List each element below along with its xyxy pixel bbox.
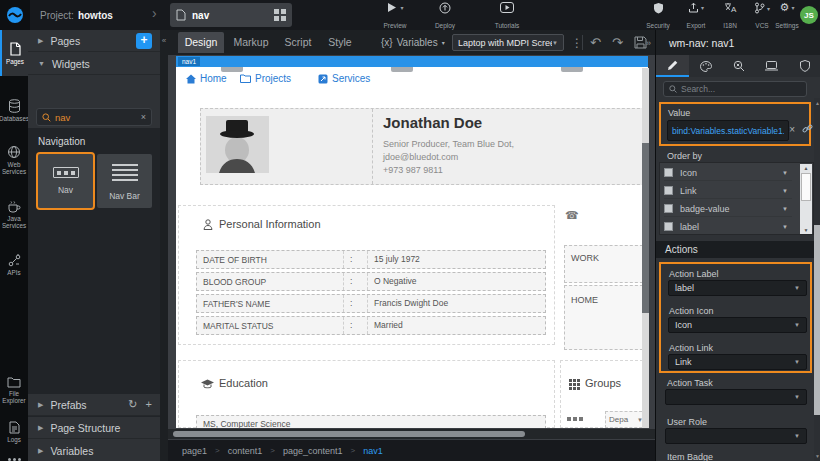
scroll-up-icon[interactable]: ▲ [800,165,812,171]
undo-icon[interactable]: ↶ [590,30,601,55]
widget-tile-nav[interactable]: Nav [38,154,93,208]
wavemaker-logo[interactable] [0,0,30,30]
drag-handle[interactable] [391,67,413,72]
table-row[interactable]: BLOOD GROUP : O Negative [196,272,546,291]
widget-selection-bar[interactable]: nav1 [176,56,648,67]
contact-row-home[interactable]: HOME [564,285,648,350]
tab-properties[interactable] [656,55,689,77]
rail-item-logs[interactable]: Logs [0,414,28,450]
nav-item-projects[interactable]: Projects [240,73,291,84]
order-by-item-icon[interactable]: Icon ▼ [664,165,792,181]
page-switcher-icon[interactable] [274,9,286,21]
add-page-button[interactable]: + [136,33,152,49]
order-by-item-label-row[interactable]: label ▼ [664,219,792,235]
table-row[interactable]: MARITAL STATUS : Married [196,316,546,335]
table-row[interactable]: MS, Computer Science [196,415,546,428]
action-label-select[interactable]: label ▼ [668,280,807,296]
refresh-prefabs-icon[interactable]: ↻ [128,398,137,411]
chevron-down-icon[interactable]: ▼ [782,224,788,230]
action-link-select[interactable]: Link ▼ [668,354,807,370]
scroll-thumb[interactable] [801,173,811,201]
page-structure-section-header[interactable]: ▶ Page Structure [28,417,160,439]
clear-search-icon[interactable]: × [141,112,146,122]
widget-search-input[interactable] [55,112,141,123]
settings-button[interactable]: ⚙ ▾ Settings [772,2,802,29]
settings-caret-icon[interactable]: ▾ [791,4,794,11]
drag-handle[interactable] [561,67,583,72]
bind-link-icon[interactable] [802,123,813,134]
tab-markup[interactable]: Markup [228,32,274,53]
rail-item-more[interactable] [0,452,28,461]
vcs-caret-icon[interactable]: ▾ [767,5,770,12]
security-button[interactable]: Security [640,2,676,29]
nav-item-services[interactable]: Services [318,73,370,84]
pages-section-header[interactable]: ▶ Pages + [28,30,160,52]
canvas-vertical-scrollbar[interactable] [642,68,649,428]
scroll-thumb[interactable] [642,143,649,313]
tab-security[interactable] [788,55,820,77]
order-by-scrollbar[interactable]: ▲ ▼ [800,164,812,234]
checkbox[interactable] [664,186,673,195]
widget-tile-navbar[interactable]: Nav Bar [97,154,152,208]
page-name-widget[interactable]: nav [170,3,292,27]
rail-item-file-explorer[interactable]: File Explorer [0,368,28,412]
canvas-horizontal-scrollbar[interactable] [168,429,655,439]
rail-item-databases[interactable]: Databases [0,88,28,132]
scroll-down-icon[interactable]: ▼ [800,227,812,233]
tab-design[interactable]: Design [178,32,224,53]
action-task-select[interactable]: ▼ [665,389,807,405]
breadcrumb-item-content1[interactable]: content1 [228,446,263,456]
add-prefab-icon[interactable]: + [146,398,152,411]
table-row[interactable]: DATE OF BIRTH : 15 july 1972 [196,250,546,269]
profile-section[interactable]: Jonathan Doe Senior Producer, Team Blue … [200,108,648,185]
deploy-button[interactable]: Deploy [422,2,468,29]
checkbox[interactable] [664,168,673,177]
chevron-down-icon[interactable]: ▼ [782,188,788,194]
collapse-left-panel-icon[interactable]: « [160,36,168,45]
user-role-select[interactable]: ▼ [665,428,807,444]
breadcrumb-item-page1[interactable]: page1 [182,446,207,456]
variables-section-header[interactable]: ▶ Variables [28,440,160,461]
scroll-up-icon[interactable]: ▲ [814,100,820,106]
nav-item-home[interactable]: Home [186,73,227,84]
action-icon-select[interactable]: Icon ▼ [668,317,807,333]
checkbox[interactable] [664,222,673,231]
drag-handle[interactable] [221,67,243,72]
scroll-down-icon[interactable]: ▼ [814,453,820,459]
tab-script[interactable]: Script [278,32,318,53]
scroll-thumb[interactable] [173,431,525,437]
tutorials-button[interactable]: Tutorials [484,2,530,29]
user-avatar[interactable]: JS [800,6,818,24]
chevron-down-icon[interactable]: ▼ [782,170,788,176]
tab-style[interactable]: Style [321,32,359,53]
preview-caret-icon[interactable]: ▾ [400,4,403,11]
order-by-item-link[interactable]: Link ▼ [664,183,792,199]
tab-zoom-out[interactable] [722,55,755,77]
i18n-button[interactable]: A I18N [714,2,746,29]
actions-section-header[interactable]: Actions [656,241,814,258]
rail-item-pages[interactable]: Pages [0,30,28,76]
scroll-thumb[interactable] [814,225,820,415]
prefabs-section-header[interactable]: ▶ Prefabs ↻ + [28,394,160,416]
collapse-right-panel-icon[interactable]: » [646,30,651,55]
groups-department-cell[interactable]: Depa ▼ [605,411,647,428]
export-button[interactable]: ▾ Export [678,2,714,29]
breadcrumb-item-page-content1[interactable]: page_content1 [283,446,343,456]
checkbox[interactable] [664,204,673,213]
rail-item-apis[interactable]: APIs [0,244,28,286]
table-row[interactable]: FATHER'S NAME : Francis Dwight Doe [196,294,546,313]
chevron-down-icon[interactable]: ▼ [782,206,788,212]
property-search-input[interactable] [681,84,801,94]
rail-item-java-services[interactable]: Java Services [0,190,28,238]
panel-scrollbar[interactable]: ▲ ▼ [814,98,820,461]
preview-button[interactable]: ▾ Preview [372,2,418,29]
value-input[interactable]: bind:Variables.staticVariable1.dataSet [667,120,789,141]
rail-item-web-services[interactable]: Web Services [0,136,28,184]
device-select[interactable]: Laptop with MDPI Screen ▼ [452,34,564,51]
redo-icon[interactable]: ↷ [612,30,623,55]
contact-row-work[interactable]: WORK [564,245,648,283]
breadcrumb-item-nav1[interactable]: nav1 [363,446,383,456]
order-by-item-badge-value[interactable]: badge-value ▼ [664,201,792,217]
clear-value-icon[interactable]: × [789,124,795,135]
tab-styles[interactable] [689,55,722,77]
